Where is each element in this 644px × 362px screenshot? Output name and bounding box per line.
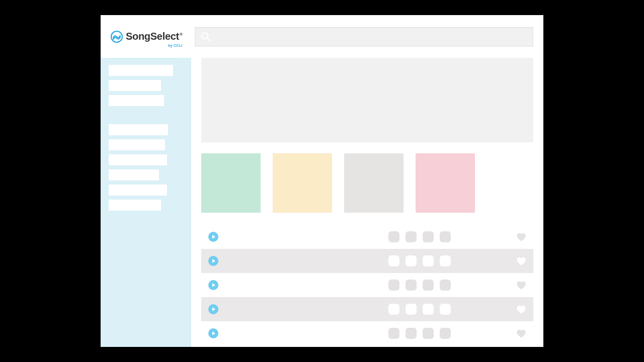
heart-icon [516,256,526,265]
action-chip[interactable] [440,231,451,242]
action-chip[interactable] [440,304,451,315]
action-chip[interactable] [440,255,451,266]
chip-group [388,304,451,315]
favorite-button[interactable] [516,281,526,290]
app-window: SongSelect® by CCLI [101,15,543,347]
chip-group [388,231,451,242]
favorite-button[interactable] [516,256,526,265]
heart-icon [516,232,526,241]
play-icon [212,283,215,287]
hero-banner[interactable] [201,58,533,142]
heart-icon [516,281,526,290]
play-button[interactable] [208,256,218,266]
song-list [201,225,533,345]
sidebar-item[interactable] [109,139,165,150]
action-chip[interactable] [406,304,417,315]
action-chip[interactable] [423,304,434,315]
sidebar-group-1 [109,65,184,106]
action-chip[interactable] [406,255,417,266]
play-button[interactable] [208,304,218,314]
category-tile[interactable] [273,153,332,213]
content-area [101,58,543,347]
category-tile[interactable] [416,153,475,213]
song-row[interactable] [201,273,533,297]
song-row[interactable] [201,321,533,345]
song-row[interactable] [201,297,533,321]
action-chip[interactable] [423,255,434,266]
action-chip[interactable] [423,231,434,242]
sidebar-item[interactable] [109,95,164,106]
heart-icon [516,305,526,314]
sidebar-item[interactable] [109,154,167,165]
chip-group [388,280,451,291]
heart-icon [516,329,526,338]
favorite-button[interactable] [516,232,526,241]
brand-logo[interactable]: SongSelect® by CCLI [111,31,183,43]
sidebar-item[interactable] [109,124,168,135]
action-chip[interactable] [388,280,399,291]
action-chip[interactable] [423,328,434,339]
sidebar [101,58,191,347]
svg-line-2 [207,38,209,40]
main-content [191,58,543,347]
sidebar-item[interactable] [109,185,167,196]
tile-row [201,153,533,213]
registered-mark: ® [180,32,183,37]
favorite-button[interactable] [516,305,526,314]
action-chip[interactable] [388,231,399,242]
sidebar-item[interactable] [109,200,161,211]
header: SongSelect® by CCLI [101,15,543,58]
play-icon [212,331,215,335]
category-tile[interactable] [344,153,404,213]
brand-byline: by CCLI [168,44,183,47]
action-chip[interactable] [440,280,451,291]
play-icon [212,259,215,263]
action-chip[interactable] [440,328,451,339]
category-tile[interactable] [201,153,261,213]
play-icon [212,307,215,311]
song-row[interactable] [201,249,533,273]
favorite-button[interactable] [516,329,526,338]
sidebar-item[interactable] [109,169,159,180]
sidebar-group-2 [109,124,184,211]
play-button[interactable] [208,280,218,290]
action-chip[interactable] [406,231,417,242]
play-button[interactable] [208,328,218,338]
action-chip[interactable] [406,280,417,291]
chip-group [388,255,451,266]
action-chip[interactable] [388,304,399,315]
brand-name: SongSelect® by CCLI [126,31,183,42]
chip-group [388,328,451,339]
action-chip[interactable] [388,328,399,339]
play-button[interactable] [208,232,218,242]
song-row[interactable] [201,225,533,249]
action-chip[interactable] [388,255,399,266]
search-icon [200,31,211,42]
sidebar-item[interactable] [109,65,173,76]
brand-mark-icon [111,31,123,43]
play-icon [212,235,215,239]
search-input[interactable] [195,27,533,46]
action-chip[interactable] [406,328,417,339]
sidebar-item[interactable] [109,80,161,91]
action-chip[interactable] [423,280,434,291]
